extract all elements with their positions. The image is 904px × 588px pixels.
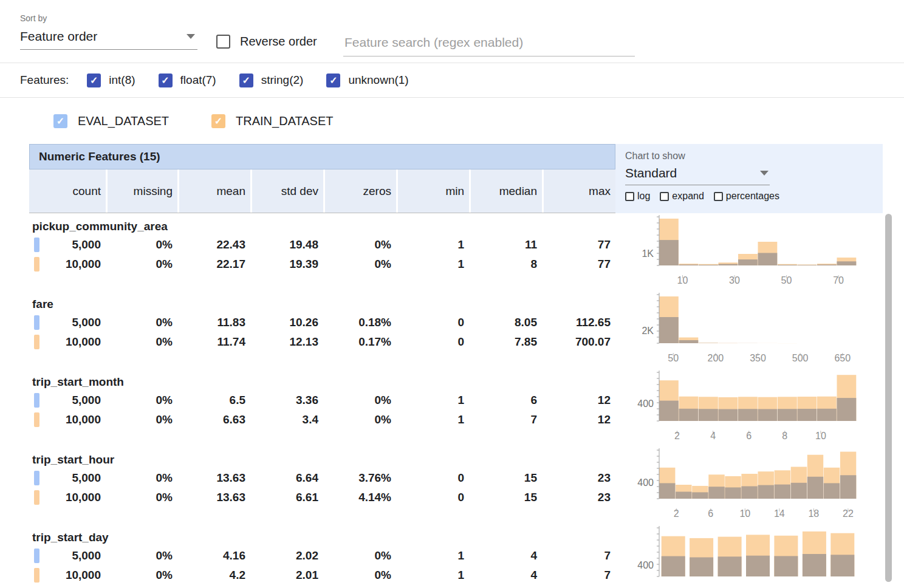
cell-missing: 0% [108,316,177,329]
numeric-features-header: Numeric Features (15) [29,144,615,169]
stats-table: Numeric Features (15) countmissingmeanst… [29,144,615,588]
feature-block-pickup_community_area: pickup_community_area5,0000%22.4319.480%… [29,213,615,291]
chart-option-label: log [637,191,650,202]
chart-type-dropdown[interactable]: Standard [625,163,770,185]
cell-median: 8.05 [471,316,542,329]
dataset-color-chip [34,568,39,583]
cell-zeros: 0% [325,258,396,271]
table-row-eval_dataset: 5,0000%6.53.360%1612 [29,391,615,410]
toolbar: Sort by Feature order Reverse order [0,0,904,63]
svg-text:2: 2 [674,508,679,519]
cell-count: 10,000 [29,258,106,271]
feature-type-filter-unknown[interactable]: ✓unknown(1) [326,74,408,87]
cell-min: 1 [398,549,469,562]
chart-option-expand[interactable]: expand [660,191,704,202]
column-header-mean: mean [179,169,250,213]
cell-std-dev: 6.64 [252,471,323,485]
dataset-name: EVAL_DATASET [78,114,169,128]
checkbox-checked-icon: ✓ [159,74,173,87]
svg-text:8: 8 [782,431,787,441]
table-row-train_dataset: 10,0000%22.1719.390%1877 [29,255,615,274]
features-label: Features: [20,74,69,87]
cell-std-dev: 3.4 [252,413,323,426]
feature-name: trip_start_month [29,374,615,391]
svg-text:22: 22 [843,508,854,519]
table-row-train_dataset: 10,0000%6.633.40%1712 [29,410,615,429]
cell-mean: 6.5 [179,394,250,407]
reverse-order-label: Reverse order [240,35,317,49]
table-column-headers: countmissingmeanstd devzerosminmedianmax [29,169,615,213]
checkbox-checked-icon: ✓ [87,74,101,87]
vertical-scrollbar[interactable] [885,214,892,582]
cell-missing: 0% [108,569,177,582]
sort-by-dropdown[interactable]: Feature order [20,27,197,50]
cell-max: 7 [544,549,615,562]
svg-text:400: 400 [637,398,654,409]
reverse-order-checkbox[interactable]: Reverse order [216,35,317,49]
checkbox-checked-icon: ✓ [326,74,340,87]
dataset-checkbox-train_dataset[interactable]: ✓TRAIN_DATASET [211,114,333,128]
cell-zeros: 0% [325,413,396,426]
cell-missing: 0% [108,471,177,485]
filter-label: unknown(1) [348,74,408,87]
cell-mean: 13.63 [179,491,250,504]
svg-text:10: 10 [677,275,688,285]
feature-search-input[interactable] [343,32,635,56]
svg-text:2K: 2K [642,326,654,336]
checkbox-unchecked-icon [714,192,723,201]
cell-min: 0 [398,316,469,329]
cell-mean: 6.63 [179,413,250,426]
cell-std-dev: 2.02 [252,549,323,562]
table-row-train_dataset: 10,0000%11.7412.130.17%07.85700.07 [29,332,615,352]
cell-mean: 11.74 [179,335,250,349]
column-header-min: min [398,169,469,213]
filter-label: string(2) [261,74,304,87]
cell-min: 1 [398,394,469,407]
dataset-name: TRAIN_DATASET [236,114,333,128]
svg-text:2: 2 [674,431,680,441]
cell-count: 10,000 [29,569,106,582]
chart-option-percentages[interactable]: percentages [714,191,779,202]
column-header-missing: missing [108,169,177,213]
cell-missing: 0% [108,491,177,504]
feature-type-filter-int[interactable]: ✓int(8) [87,74,135,87]
cell-count: 5,000 [29,549,106,562]
cell-max: 112.65 [544,316,615,329]
cell-zeros: 3.76% [325,471,396,485]
cell-mean: 22.17 [179,258,250,271]
cell-mean: 13.63 [179,471,250,485]
feature-rows: pickup_community_area5,0000%22.4319.480%… [29,213,615,588]
cell-median: 15 [471,471,542,485]
filter-label: int(8) [109,74,135,87]
dataset-checkbox-eval_dataset[interactable]: ✓EVAL_DATASET [53,114,169,128]
cell-count: 5,000 [29,394,106,407]
sort-by-value: Feature order [20,29,97,44]
checkbox-unchecked-icon [660,192,669,201]
svg-text:6: 6 [708,508,713,519]
facets-overview: Sort by Feature order Reverse order Feat… [0,0,904,588]
cell-missing: 0% [108,549,177,562]
svg-text:14: 14 [774,508,785,519]
cell-min: 0 [398,335,469,349]
svg-text:650: 650 [834,353,851,363]
dataset-color-chip [34,412,39,427]
cell-std-dev: 12.13 [252,335,323,349]
cell-std-dev: 19.39 [252,258,323,271]
histogram-trip_start_month: 400246810 [615,369,883,446]
feature-type-filter-float[interactable]: ✓float(7) [159,74,216,87]
dataset-color-chip [34,549,39,563]
dataset-color-chip [34,238,39,252]
cell-zeros: 0% [325,394,396,407]
feature-block-trip_start_day: trip_start_day5,0000%4.162.020%14710,000… [29,524,615,588]
feature-name: fare [29,296,615,313]
table-row-eval_dataset: 5,0000%4.162.020%147 [29,546,615,566]
cell-min: 1 [398,258,469,271]
svg-text:10: 10 [815,431,826,441]
cell-median: 8 [471,258,542,271]
chart-type-value: Standard [625,166,677,180]
cell-max: 23 [544,471,615,485]
cell-zeros: 0.17% [325,335,396,349]
cell-median: 7 [471,413,542,426]
feature-type-filter-string[interactable]: ✓string(2) [239,74,304,87]
chart-option-log[interactable]: log [625,191,650,202]
